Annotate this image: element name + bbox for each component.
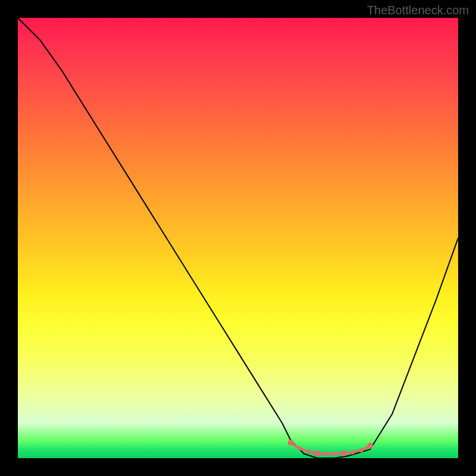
optimal-dot: [341, 450, 347, 456]
optimal-region-dots: [288, 440, 373, 456]
optimal-dot: [324, 452, 328, 456]
optimal-dot: [306, 449, 311, 453]
chart-svg: [18, 18, 458, 458]
optimal-dot: [359, 448, 364, 452]
optimal-dot: [350, 450, 355, 455]
optimal-dot: [298, 446, 302, 450]
plot-area: [18, 18, 458, 458]
watermark-text: TheBottleneck.com: [367, 4, 469, 17]
bottleneck-curve-line: [18, 18, 458, 458]
optimal-dot: [367, 443, 373, 449]
optimal-dot: [314, 450, 320, 456]
optimal-dot: [333, 452, 337, 456]
optimal-dot: [288, 440, 294, 446]
